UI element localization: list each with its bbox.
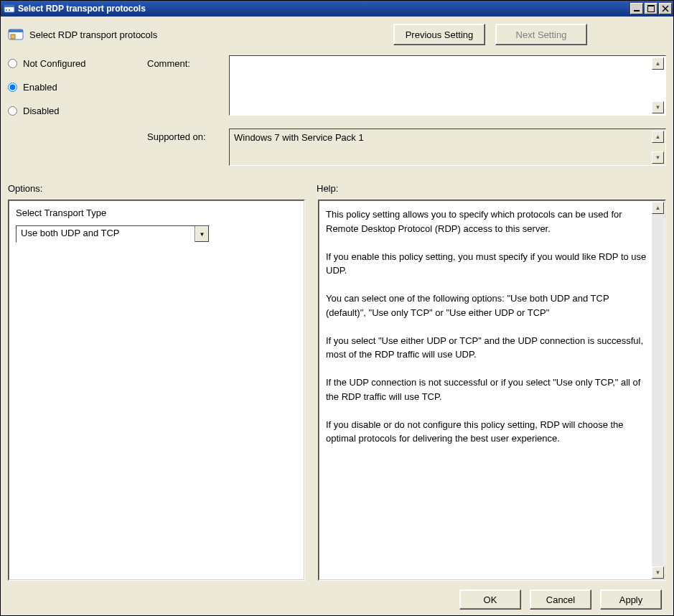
- scrollbar-track[interactable]: [652, 214, 664, 566]
- help-panel: This policy setting allows you to specif…: [318, 200, 666, 581]
- radio-enabled[interactable]: Enabled: [8, 82, 144, 93]
- scroll-up-button[interactable]: ▲: [652, 202, 664, 214]
- radio-enabled-input[interactable]: [8, 83, 17, 92]
- state-radio-group: Not Configured Enabled Disabled: [8, 55, 144, 116]
- options-section-label: Options:: [8, 183, 317, 194]
- supported-scroll: ▲ ▼: [652, 131, 664, 164]
- titlebar-buttons: [630, 3, 672, 14]
- maximize-button[interactable]: [645, 3, 657, 14]
- cancel-button[interactable]: Cancel: [530, 589, 591, 610]
- previous-setting-button[interactable]: Previous Setting: [393, 24, 485, 45]
- apply-button[interactable]: Apply: [600, 589, 662, 610]
- supported-label: Supported on:: [147, 129, 226, 142]
- radio-not-configured-label: Not Configured: [23, 58, 85, 69]
- dialog-window: Select RDP transport protocols Select: [0, 0, 674, 616]
- radio-not-configured[interactable]: Not Configured: [8, 58, 144, 69]
- scroll-down-button[interactable]: ▼: [652, 566, 664, 579]
- scroll-down-button[interactable]: ▼: [652, 151, 664, 164]
- scroll-down-button[interactable]: ▼: [652, 101, 664, 113]
- panels-row: Select Transport Type Use both UDP and T…: [8, 200, 666, 581]
- transport-type-label: Select Transport Type: [16, 207, 297, 218]
- transport-type-combo[interactable]: Use both UDP and TCP ▼: [16, 225, 210, 243]
- titlebar[interactable]: Select RDP transport protocols: [1, 1, 673, 17]
- help-section-label: Help:: [317, 183, 666, 194]
- svg-point-2: [6, 9, 7, 11]
- supported-on-box: Windows 7 with Service Pack 1 ▲ ▼: [229, 129, 666, 166]
- config-grid: Not Configured Enabled Disabled Comment:…: [8, 55, 666, 166]
- scroll-up-button[interactable]: ▲: [652, 131, 664, 143]
- chevron-down-icon[interactable]: ▼: [195, 226, 209, 242]
- section-labels: Options: Help:: [8, 183, 666, 194]
- radio-disabled[interactable]: Disabled: [8, 106, 144, 116]
- options-panel: Select Transport Type Use both UDP and T…: [8, 200, 305, 581]
- svg-rect-10: [9, 29, 23, 32]
- footer-buttons: OK Cancel Apply: [8, 589, 666, 610]
- policy-icon: [8, 27, 24, 42]
- supported-value: Windows 7 with Service Pack 1: [234, 132, 364, 143]
- client-area: Select RDP transport protocols Previous …: [1, 17, 673, 615]
- help-text: This policy setting allows you to specif…: [326, 207, 648, 446]
- svg-rect-6: [647, 5, 655, 6]
- scroll-up-button[interactable]: ▲: [652, 57, 664, 70]
- transport-type-value: Use both UDP and TCP: [17, 226, 195, 242]
- svg-rect-1: [4, 5, 14, 7]
- svg-rect-11: [11, 34, 15, 39]
- svg-rect-4: [634, 10, 640, 11]
- comment-textarea[interactable]: ▲ ▼: [229, 55, 666, 116]
- svg-point-3: [9, 9, 10, 11]
- window-title: Select RDP transport protocols: [18, 4, 630, 14]
- header-strip: Select RDP transport protocols Previous …: [8, 24, 666, 45]
- comment-scroll: ▲ ▼: [652, 57, 664, 113]
- comment-label: Comment:: [147, 55, 226, 69]
- ok-button[interactable]: OK: [459, 589, 521, 610]
- policy-title: Select RDP transport protocols: [29, 29, 157, 40]
- help-scrollbar[interactable]: ▲ ▼: [652, 202, 664, 579]
- close-button[interactable]: [659, 3, 672, 14]
- radio-not-configured-input[interactable]: [8, 59, 17, 68]
- radio-enabled-label: Enabled: [23, 82, 57, 93]
- app-icon: [4, 3, 15, 14]
- radio-disabled-input[interactable]: [8, 106, 17, 116]
- nav-buttons: Previous Setting Next Setting: [393, 24, 666, 45]
- radio-disabled-label: Disabled: [23, 106, 60, 116]
- minimize-button[interactable]: [630, 3, 643, 14]
- next-setting-button[interactable]: Next Setting: [495, 24, 587, 45]
